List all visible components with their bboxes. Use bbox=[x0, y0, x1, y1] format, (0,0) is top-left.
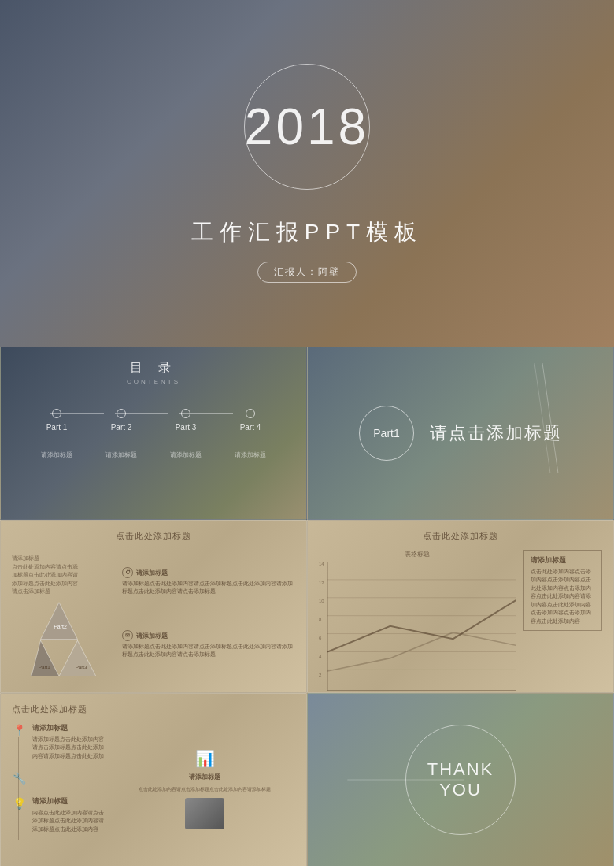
pyramid-svg: Part2 Part1 Part3 bbox=[12, 596, 106, 677]
part-label-1: Part 1 bbox=[46, 423, 68, 432]
slide-cover: 2018 工作汇报PPT模板 汇报人：阿壁 bbox=[0, 0, 614, 347]
y-labels: 14 12 10 8 6 4 2 bbox=[319, 562, 324, 691]
slide-contents: 目 录 CONTENTS Part 1 请添加标题 Part 2 请添加标题 P bbox=[0, 347, 307, 520]
slide-chart-right: 点击此处添加标题 表格标题 14 12 10 8 6 4 2 bbox=[307, 520, 614, 693]
slide-thankyou: THANK YOU bbox=[307, 693, 614, 866]
v-line bbox=[18, 737, 19, 840]
mid-content: 📊 请添加标题 点击此处添加内容请点击添加标题点击此处添加内容请添加标题 bbox=[114, 723, 295, 857]
tl-text-1: 请添加标题 请添加标题点击此处添加内容请点击添加标题点击此处添加内容请添加标题点… bbox=[32, 723, 106, 760]
tl-row-2: 🔧 bbox=[12, 771, 106, 785]
tl-row-3: 💡 请添加标题 内容点击此处添加内容请点击添加标题点击此处添加内容请添加标题点击… bbox=[12, 796, 106, 833]
svg-text:Part3: Part3 bbox=[76, 664, 87, 670]
decoration-lines bbox=[519, 363, 566, 477]
line-chart-block: 表格标题 14 12 10 8 6 4 2 bbox=[319, 550, 516, 684]
cover-badge: 汇报人：阿壁 bbox=[257, 262, 357, 283]
chart-text-right: ⏱ 请添加标题 请添加标题点击此处添加内容请点击添加标题点击此处添加内容请添加标… bbox=[122, 550, 295, 676]
contents-title-en: CONTENTS bbox=[17, 378, 290, 385]
part-label-3: Part 3 bbox=[176, 423, 197, 432]
icon-clock: ⏱ bbox=[122, 567, 133, 578]
contents-item-3: Part 3 请添加标题 bbox=[170, 409, 202, 459]
chart-item-2-body: 请添加标题点击此处添加内容请点击添加标题点击此处添加内容请添加标题点击此处添加内… bbox=[122, 643, 295, 658]
chart-right-content: 表格标题 14 12 10 8 6 4 2 bbox=[319, 550, 602, 684]
svg-text:Part2: Part2 bbox=[54, 623, 67, 629]
slides-grid: 目 录 CONTENTS Part 1 请添加标题 Part 2 请添加标题 P bbox=[0, 347, 614, 866]
timeline-content: 📍 请添加标题 请添加标题点击此处添加内容请点击添加标题点击此处添加内容请添加标… bbox=[12, 723, 295, 857]
tl-text-3: 请添加标题 内容点击此处添加内容请点击添加标题点击此处添加内容请添加标题点击此处… bbox=[32, 796, 106, 833]
chart-left-title: 点击此处添加标题 bbox=[12, 530, 295, 542]
line-3 bbox=[179, 413, 233, 414]
icon-bulb: 💡 bbox=[12, 796, 26, 811]
svg-line-1 bbox=[534, 363, 550, 473]
part1-label: Part1 bbox=[373, 427, 399, 440]
dot-2 bbox=[117, 409, 126, 418]
part-label-4: Part 4 bbox=[240, 423, 261, 432]
line-1 bbox=[50, 413, 104, 414]
box-body: 点击此处添加内容点击添加内容点击添加内容点击此处添加内容点击添加内容点击此处添加… bbox=[531, 568, 595, 626]
svg-line-0 bbox=[542, 363, 558, 473]
svg-marker-5 bbox=[59, 640, 96, 676]
dot-4 bbox=[246, 409, 255, 418]
chart-right-title: 点击此处添加标题 bbox=[319, 530, 602, 542]
cover-year: 2018 bbox=[245, 98, 369, 156]
cover-divider bbox=[205, 206, 409, 206]
right-text-area: 请添加标题 点击此处添加内容点击添加内容点击添加内容点击此处添加内容点击添加内容… bbox=[523, 550, 602, 684]
line-2 bbox=[115, 413, 168, 414]
part-label-2: Part 2 bbox=[111, 423, 132, 432]
sub-label-1: 请添加标题 bbox=[41, 451, 72, 459]
dot-3 bbox=[181, 409, 190, 418]
chart-item-2: ✉ 请添加标题 请添加标题点击此处添加内容请点击添加标题点击此处添加内容请添加标… bbox=[122, 630, 295, 658]
svg-text:Part1: Part1 bbox=[39, 664, 50, 670]
icon-mail: ✉ bbox=[122, 630, 133, 641]
timeline-title: 点击此处添加标题 bbox=[12, 703, 295, 715]
icon-pin: 📍 bbox=[12, 723, 26, 737]
slide-part1: Part1 请点击添加标题 bbox=[307, 347, 614, 520]
slide-timeline: 点击此处添加标题 📍 请添加标题 请添加标题点击此处添加内容请点击添加标题点击此… bbox=[0, 693, 307, 866]
contents-item-2: Part 2 请添加标题 bbox=[105, 409, 137, 459]
thankyou-decoration bbox=[308, 694, 613, 866]
chart-chart-title: 表格标题 bbox=[319, 550, 516, 558]
contents-item-1: Part 1 请添加标题 bbox=[41, 409, 72, 459]
chart-area: Jan Feb Mar Apr bbox=[327, 562, 516, 691]
line-chart-svg: Jan Feb Mar Apr bbox=[327, 562, 516, 691]
sub-label-3: 请添加标题 bbox=[170, 451, 202, 459]
pyramid-block: 请添加标题点击此处添加内容请点击添加标题点击此处添加内容请添加标题点击此处添加内… bbox=[12, 550, 114, 676]
mid-icon-chart: 📊 bbox=[195, 749, 215, 768]
chart-item-1-title: 请添加标题 bbox=[136, 569, 168, 577]
tl-row-1: 📍 请添加标题 请添加标题点击此处添加内容请点击添加标题点击此处添加内容请添加标… bbox=[12, 723, 106, 760]
right-text-box: 请添加标题 点击此处添加内容点击添加内容点击添加内容点击此处添加内容点击添加内容… bbox=[523, 550, 602, 631]
left-timeline: 📍 请添加标题 请添加标题点击此处添加内容请点击添加标题点击此处添加内容请添加标… bbox=[12, 723, 106, 857]
cover-title: 工作汇报PPT模板 bbox=[191, 217, 423, 247]
chart-item-2-title: 请添加标题 bbox=[136, 632, 168, 640]
sub-label-2: 请添加标题 bbox=[105, 451, 137, 459]
icon-wrench: 🔧 bbox=[12, 771, 26, 785]
left-text: 请添加标题点击此处添加内容请点击添加标题点击此处添加内容请添加标题点击此处添加内… bbox=[12, 555, 83, 596]
chart-item-1: ⏱ 请添加标题 请添加标题点击此处添加内容请点击添加标题点击此处添加内容请添加标… bbox=[122, 567, 295, 595]
part1-badge: Part1 bbox=[359, 406, 414, 461]
slide-chart-left: 点击此处添加标题 请添加标题点击此处添加内容请点击添加标题点击此处添加内容请添加… bbox=[0, 520, 307, 693]
mid-title: 请添加标题 bbox=[189, 773, 220, 781]
cover-circle: 2018 bbox=[244, 64, 370, 190]
mid-body: 点击此处添加内容请点击添加标题点击此处添加内容请添加标题 bbox=[139, 786, 271, 793]
contents-item-4: Part 4 请添加标题 bbox=[235, 409, 266, 459]
svg-marker-4 bbox=[31, 640, 59, 676]
svg-marker-2 bbox=[41, 602, 78, 639]
dot-1 bbox=[52, 409, 61, 418]
sub-label-4: 请添加标题 bbox=[235, 451, 266, 459]
box-title: 请添加标题 bbox=[531, 555, 595, 566]
chart-with-labels: 14 12 10 8 6 4 2 bbox=[319, 562, 516, 691]
contents-timeline: Part 1 请添加标题 Part 2 请添加标题 Part 3 请添加标题 P… bbox=[17, 409, 290, 459]
contents-title-zh: 目 录 bbox=[17, 360, 290, 377]
chart-content: 请添加标题点击此处添加内容请点击添加标题点击此处添加内容请添加标题点击此处添加内… bbox=[12, 550, 295, 676]
chart-item-1-body: 请添加标题点击此处添加内容请点击添加标题点击此处添加内容请添加标题点击此处添加内… bbox=[122, 580, 295, 595]
image-placeholder bbox=[185, 798, 224, 829]
